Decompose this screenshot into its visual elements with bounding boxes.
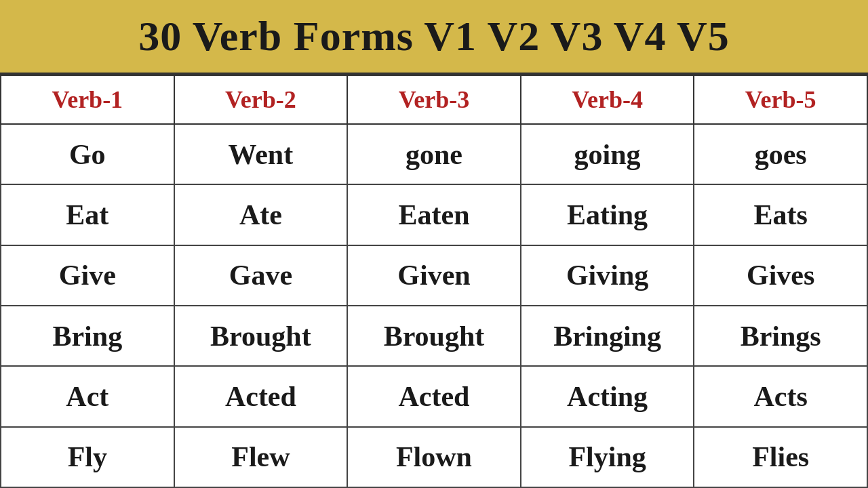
cell-r5-c4: Flies bbox=[694, 427, 867, 487]
cell-r2-c2: Given bbox=[347, 245, 521, 306]
cell-r1-c0: Eat bbox=[1, 184, 174, 245]
cell-r5-c1: Flew bbox=[174, 427, 348, 487]
cell-r0-c3: going bbox=[521, 124, 694, 184]
cell-r4-c4: Acts bbox=[694, 366, 867, 426]
cell-r0-c1: Went bbox=[174, 124, 348, 184]
cell-r4-c1: Acted bbox=[174, 366, 348, 426]
page-header: 30 Verb Forms V1 V2 V3 V4 V5 bbox=[0, 0, 868, 75]
cell-r2-c4: Gives bbox=[694, 245, 867, 306]
cell-r3-c0: Bring bbox=[1, 306, 174, 366]
verb-forms-table: Verb-1 Verb-2 Verb-3 Verb-4 Verb-5 GoWen… bbox=[0, 75, 868, 488]
col-header-v5: Verb-5 bbox=[694, 75, 867, 124]
cell-r0-c4: goes bbox=[694, 124, 867, 184]
cell-r3-c1: Brought bbox=[174, 306, 348, 366]
cell-r3-c3: Bringing bbox=[521, 306, 694, 366]
cell-r4-c0: Act bbox=[1, 366, 174, 426]
cell-r4-c2: Acted bbox=[347, 366, 521, 426]
cell-r1-c3: Eating bbox=[521, 184, 694, 245]
col-header-v3: Verb-3 bbox=[347, 75, 521, 124]
cell-r0-c2: gone bbox=[347, 124, 521, 184]
cell-r2-c0: Give bbox=[1, 245, 174, 306]
cell-r5-c3: Flying bbox=[521, 427, 694, 487]
cell-r3-c2: Brought bbox=[347, 306, 521, 366]
cell-r1-c4: Eats bbox=[694, 184, 867, 245]
table-row: ActActedActedActingActs bbox=[1, 366, 867, 426]
table-row: GoWentgonegoinggoes bbox=[1, 124, 867, 184]
table-container: Verb-1 Verb-2 Verb-3 Verb-4 Verb-5 GoWen… bbox=[0, 75, 868, 488]
col-header-v1: Verb-1 bbox=[1, 75, 174, 124]
table-header-row: Verb-1 Verb-2 Verb-3 Verb-4 Verb-5 bbox=[1, 75, 867, 124]
table-row: GiveGaveGivenGivingGives bbox=[1, 245, 867, 306]
cell-r0-c0: Go bbox=[1, 124, 174, 184]
cell-r2-c3: Giving bbox=[521, 245, 694, 306]
cell-r4-c3: Acting bbox=[521, 366, 694, 426]
table-row: FlyFlewFlownFlyingFlies bbox=[1, 427, 867, 487]
page-title: 30 Verb Forms V1 V2 V3 V4 V5 bbox=[14, 12, 854, 60]
cell-r1-c2: Eaten bbox=[347, 184, 521, 245]
col-header-v2: Verb-2 bbox=[174, 75, 348, 124]
cell-r5-c0: Fly bbox=[1, 427, 174, 487]
cell-r5-c2: Flown bbox=[347, 427, 521, 487]
col-header-v4: Verb-4 bbox=[521, 75, 694, 124]
page-wrapper: 30 Verb Forms V1 V2 V3 V4 V5 Verb-1 Verb… bbox=[0, 0, 868, 488]
table-row: BringBroughtBroughtBringingBrings bbox=[1, 306, 867, 366]
cell-r1-c1: Ate bbox=[174, 184, 348, 245]
table-row: EatAteEatenEatingEats bbox=[1, 184, 867, 245]
cell-r2-c1: Gave bbox=[174, 245, 348, 306]
table-body: GoWentgonegoinggoesEatAteEatenEatingEats… bbox=[1, 124, 867, 487]
cell-r3-c4: Brings bbox=[694, 306, 867, 366]
